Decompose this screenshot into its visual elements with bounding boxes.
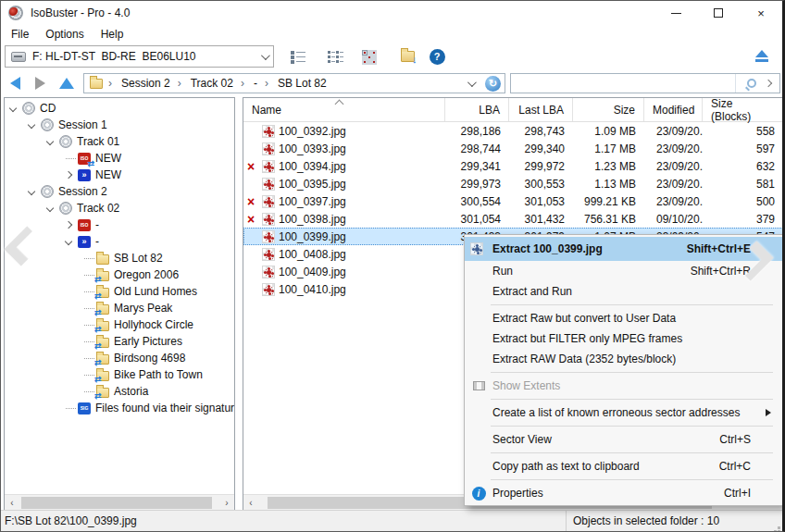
menu-item-properties[interactable]: iPropertiesCtrl+I [465, 483, 782, 503]
eject-button[interactable] [754, 50, 769, 63]
breadcrumb-item-session-2[interactable]: Session 2 [105, 77, 174, 90]
tree-item-new[interactable]: »NEW [5, 167, 234, 183]
search-input[interactable] [511, 74, 735, 93]
menu-item-extract-but-filter-only-mpeg-frames[interactable]: Extract but FILTER only MPEG frames [465, 328, 782, 349]
file-row-100-0392-jpg[interactable]: 100_0392.jpg298,186298,7431.09 MB23/09/2… [243, 122, 783, 140]
breadcrumb-item-sb-lot-82[interactable]: SB Lot 82 [261, 77, 330, 90]
tree-item-new[interactable]: ISONEW [5, 150, 234, 167]
tree-item-item[interactable]: ISO- [5, 217, 234, 233]
chevron-down-icon[interactable] [65, 238, 72, 245]
list-view-button[interactable] [285, 44, 311, 68]
menu-file[interactable]: File [3, 28, 37, 41]
tree-item-track-02[interactable]: Track 02 [5, 200, 234, 217]
scrollbar-track[interactable] [19, 495, 219, 510]
tree-item-sb-lot-82[interactable]: SB Lot 82 [5, 250, 234, 266]
tree-item-cd[interactable]: CD [5, 100, 234, 117]
chevron-down-icon[interactable] [28, 121, 35, 129]
jpg-file-icon [262, 178, 275, 191]
file-row-100-0397-jpg[interactable]: ×100_0397.jpg300,554301,053999.21 KB23/0… [243, 192, 783, 210]
folder-icon [90, 79, 103, 89]
tree-item-marys-peak[interactable]: Marys Peak [5, 300, 234, 316]
file-name: 100_0397.jpg [279, 195, 346, 208]
scroll-left-icon[interactable]: ‹ [243, 495, 258, 510]
chevron-right-icon[interactable] [65, 171, 72, 179]
breadcrumb-item-item[interactable]: - [237, 77, 261, 90]
forward-button[interactable] [35, 77, 45, 90]
tree-item-label: - [95, 235, 99, 248]
column-header-size[interactable]: Size [573, 98, 644, 121]
folder-icon [96, 321, 109, 331]
menu-item-extract-raw-but-convert-to-user-data[interactable]: Extract Raw but convert to User Data [465, 308, 782, 328]
column-header-modified[interactable]: Modified [644, 98, 703, 121]
status-bar: F:\SB Lot 82\100_0399.jpg Objects in sel… [1, 510, 782, 531]
scroll-right-icon[interactable]: › [219, 495, 234, 510]
tree-item-oregon-2006[interactable]: Oregon 2006 [5, 266, 234, 283]
chevron-right-icon[interactable] [65, 221, 72, 229]
tree-connector [66, 408, 76, 409]
scrollbar-thumb[interactable] [21, 497, 212, 509]
maximize-button[interactable] [697, 1, 740, 25]
tree-item-old-lund-homes[interactable]: Old Lund Homes [5, 283, 234, 300]
chevron-down-icon[interactable] [261, 51, 270, 60]
submenu-arrow-icon [766, 409, 771, 416]
help-button[interactable]: ? [424, 44, 450, 68]
folder-icon [96, 338, 109, 348]
close-button[interactable]: × [740, 1, 782, 25]
file-size: 999.21 KB [573, 195, 644, 208]
tree-item-session-1[interactable]: Session 1 [5, 117, 234, 133]
menu-item-extract-raw-data-2352-bytes-block[interactable]: Extract RAW Data (2352 bytes/block) [465, 349, 782, 369]
tree-item-astoria[interactable]: Astoria [5, 383, 234, 400]
extract-button[interactable] [394, 44, 420, 68]
details-view-button[interactable] [322, 44, 348, 68]
scroll-left-icon[interactable]: ‹ [5, 495, 19, 510]
tree-item-session-2[interactable]: Session 2 [5, 183, 234, 200]
menu-item-copy-path-as-text-to-clipboard[interactable]: Copy path as text to clipboardCtrl+C [465, 456, 782, 476]
close-icon: × [757, 6, 765, 20]
isobuster-window: IsoBuster - Pro - 4.0 × File Options Hel… [0, 0, 785, 532]
file-size: 1.17 MB [573, 142, 644, 155]
tree-item-birdsong-4698[interactable]: Birdsong 4698 [5, 350, 234, 366]
file-row-100-0395-jpg[interactable]: 100_0395.jpg299,973300,5531.13 MB23/09/2… [243, 175, 783, 192]
tree-item-bike-path-to-town[interactable]: Bike Path to Town [5, 366, 234, 383]
grid-view-button[interactable] [355, 44, 381, 68]
column-header-last-lba[interactable]: Last LBA [509, 98, 573, 121]
menu-item-extract-100-0399-jpg[interactable]: Extract 100_0399.jpgShift+Ctrl+E [465, 237, 782, 261]
menu-item-sector-view[interactable]: Sector ViewCtrl+S [465, 429, 782, 450]
tree-item-files-found-via-their-signature[interactable]: SIGFiles found via their signature [5, 400, 234, 416]
column-header-lba[interactable]: LBA [445, 98, 509, 121]
chevron-down-icon[interactable] [46, 204, 54, 212]
file-row-100-0394-jpg[interactable]: ×100_0394.jpg299,341299,9721.23 MB23/09/… [243, 157, 783, 175]
tree-item-track-01[interactable]: Track 01 [5, 133, 234, 150]
minimize-button[interactable] [654, 1, 697, 25]
divider [566, 511, 567, 531]
menu-item-extract-and-run[interactable]: Extract and Run [465, 281, 782, 302]
resize-grip-icon[interactable] [778, 526, 780, 529]
drive-selector[interactable]: F: HL-DT-ST BD-RE BE06LU10 [5, 45, 274, 68]
file-row-100-0398-jpg[interactable]: ×100_0398.jpg301,054301,432756.31 KB09/1… [243, 210, 783, 228]
back-button[interactable] [10, 77, 20, 90]
column-header-name[interactable]: Name [243, 98, 445, 121]
menu-help[interactable]: Help [93, 28, 132, 41]
menu-item-create-a-list-of-known-erroneous-sector-addresses[interactable]: Create a list of known erroneous sector … [465, 402, 782, 423]
search-go-icon[interactable] [765, 80, 772, 87]
breadcrumb-dropdown-icon[interactable] [467, 78, 477, 87]
file-row-100-0393-jpg[interactable]: 100_0393.jpg298,744299,3401.17 MB23/09/2… [243, 140, 783, 157]
menu-item-shortcut: Ctrl+S [719, 433, 775, 446]
chevron-down-icon[interactable] [28, 188, 35, 195]
column-header-size-blocks[interactable]: Size (Blocks) [703, 98, 783, 121]
breadcrumb-item-track-02[interactable]: Track 02 [174, 77, 237, 90]
tree-item-early-pictures[interactable]: Early Pictures [5, 333, 234, 350]
file-name-cell: 100_0410.jpg [243, 283, 445, 296]
menu-item-label: Show Extents [492, 379, 775, 392]
refresh-icon[interactable]: ↻ [485, 76, 501, 92]
tree-item-hollyhock-circle[interactable]: Hollyhock Circle [5, 316, 234, 333]
chevron-down-icon[interactable] [9, 105, 17, 112]
menu-options[interactable]: Options [37, 28, 92, 41]
tree-horizontal-scrollbar[interactable]: ‹ › [5, 494, 234, 510]
tree-item-label: Astoria [114, 385, 148, 398]
search-icon[interactable] [747, 79, 756, 88]
up-button[interactable] [59, 78, 74, 89]
menu-item-label: Sector View [492, 433, 719, 446]
details-view-icon [328, 50, 343, 63]
chevron-down-icon[interactable] [46, 138, 54, 145]
